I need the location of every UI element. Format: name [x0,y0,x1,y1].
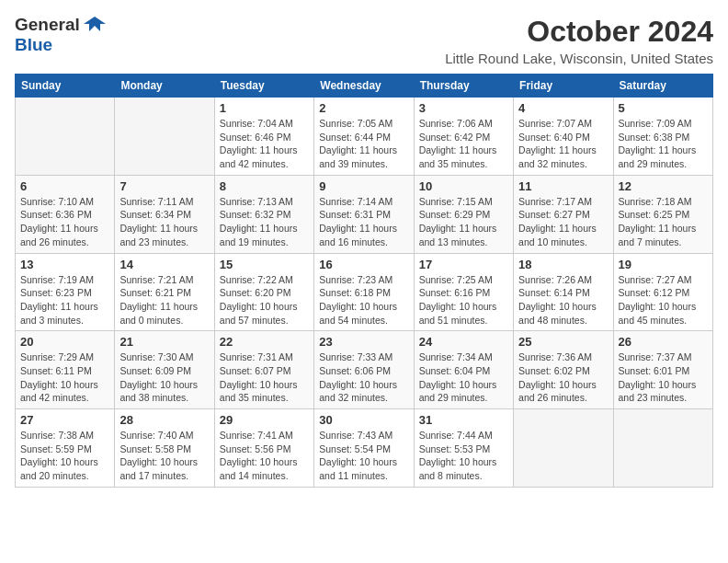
logo-bird-icon [82,15,108,35]
day-info: Sunrise: 7:37 AM Sunset: 6:01 PM Dayligh… [619,350,708,405]
day-info: Sunrise: 7:10 AM Sunset: 6:36 PM Dayligh… [20,195,109,249]
day-info: Sunrise: 7:44 AM Sunset: 5:53 PM Dayligh… [419,429,508,483]
day-info: Sunrise: 7:18 AM Sunset: 6:25 PM Dayligh… [619,195,708,249]
header-friday: Friday [514,75,613,98]
header-tuesday: Tuesday [214,75,313,98]
day-number: 4 [518,101,608,115]
calendar-day-cell: 4Sunrise: 7:07 AM Sunset: 6:40 PM Daylig… [514,98,613,176]
header-saturday: Saturday [613,75,712,98]
calendar-day-cell: 3Sunrise: 7:06 AM Sunset: 6:42 PM Daylig… [414,98,513,176]
day-info: Sunrise: 7:05 AM Sunset: 6:44 PM Dayligh… [319,117,408,171]
day-info: Sunrise: 7:40 AM Sunset: 5:58 PM Dayligh… [119,429,209,483]
day-number: 22 [220,335,309,349]
day-number: 21 [119,335,209,349]
day-number: 27 [20,413,109,427]
day-number: 14 [119,258,209,271]
day-number: 17 [419,258,508,271]
header-wednesday: Wednesday [314,75,414,98]
calendar-day-cell: 23Sunrise: 7:33 AM Sunset: 6:06 PM Dayli… [314,331,414,409]
calendar-week-row: 13Sunrise: 7:19 AM Sunset: 6:23 PM Dayli… [16,253,713,331]
calendar-day-cell [613,409,712,488]
day-info: Sunrise: 7:36 AM Sunset: 6:02 PM Dayligh… [518,350,608,405]
calendar-week-row: 1Sunrise: 7:04 AM Sunset: 6:46 PM Daylig… [16,98,713,176]
calendar-day-cell: 14Sunrise: 7:21 AM Sunset: 6:21 PM Dayli… [115,253,214,331]
location-subtitle: Little Round Lake, Wisconsin, United Sta… [445,51,713,66]
title-section: October 2024 Little Round Lake, Wisconsi… [445,15,713,66]
day-info: Sunrise: 7:06 AM Sunset: 6:42 PM Dayligh… [419,117,508,171]
calendar-day-cell: 20Sunrise: 7:29 AM Sunset: 6:11 PM Dayli… [16,331,115,409]
day-number: 29 [220,413,309,427]
day-number: 1 [220,101,309,115]
calendar-day-cell: 18Sunrise: 7:26 AM Sunset: 6:14 PM Dayli… [514,253,613,331]
month-title: October 2024 [445,15,713,49]
calendar-day-cell: 9Sunrise: 7:14 AM Sunset: 6:31 PM Daylig… [314,175,414,253]
day-info: Sunrise: 7:15 AM Sunset: 6:29 PM Dayligh… [419,195,508,249]
calendar-week-row: 6Sunrise: 7:10 AM Sunset: 6:36 PM Daylig… [16,175,713,253]
day-number: 15 [220,258,309,271]
day-number: 3 [419,101,508,115]
day-info: Sunrise: 7:26 AM Sunset: 6:14 PM Dayligh… [518,273,608,327]
header-monday: Monday [115,75,214,98]
calendar-day-cell: 24Sunrise: 7:34 AM Sunset: 6:04 PM Dayli… [414,331,513,409]
day-info: Sunrise: 7:23 AM Sunset: 6:18 PM Dayligh… [319,273,408,327]
calendar-day-cell: 31Sunrise: 7:44 AM Sunset: 5:53 PM Dayli… [414,409,513,488]
day-info: Sunrise: 7:22 AM Sunset: 6:20 PM Dayligh… [220,273,309,327]
day-number: 10 [419,179,508,193]
day-number: 25 [518,335,608,349]
day-info: Sunrise: 7:41 AM Sunset: 5:56 PM Dayligh… [220,429,309,483]
header-thursday: Thursday [414,75,513,98]
day-number: 19 [619,258,708,271]
day-number: 31 [419,413,508,427]
day-info: Sunrise: 7:38 AM Sunset: 5:59 PM Dayligh… [20,429,109,483]
day-number: 5 [619,101,708,115]
day-number: 23 [319,335,408,349]
calendar-day-cell: 21Sunrise: 7:30 AM Sunset: 6:09 PM Dayli… [115,331,214,409]
day-number: 30 [319,413,408,427]
day-info: Sunrise: 7:21 AM Sunset: 6:21 PM Dayligh… [119,273,209,327]
day-info: Sunrise: 7:27 AM Sunset: 6:12 PM Dayligh… [619,273,708,327]
day-info: Sunrise: 7:13 AM Sunset: 6:32 PM Dayligh… [220,195,309,249]
calendar-day-cell: 6Sunrise: 7:10 AM Sunset: 6:36 PM Daylig… [16,175,115,253]
calendar-day-cell: 30Sunrise: 7:43 AM Sunset: 5:54 PM Dayli… [314,409,414,488]
day-number: 13 [20,258,109,271]
day-info: Sunrise: 7:34 AM Sunset: 6:04 PM Dayligh… [419,350,508,405]
svg-marker-0 [84,17,106,31]
day-info: Sunrise: 7:25 AM Sunset: 6:16 PM Dayligh… [419,273,508,327]
day-number: 11 [518,179,608,193]
page-header: General Blue October 2024 Little Round L… [15,15,713,66]
day-number: 24 [419,335,508,349]
calendar-day-cell: 2Sunrise: 7:05 AM Sunset: 6:44 PM Daylig… [314,98,414,176]
day-number: 7 [119,179,209,193]
day-info: Sunrise: 7:07 AM Sunset: 6:40 PM Dayligh… [518,117,608,171]
calendar-day-cell: 7Sunrise: 7:11 AM Sunset: 6:34 PM Daylig… [115,175,214,253]
logo: General Blue [15,15,108,55]
calendar-day-cell: 27Sunrise: 7:38 AM Sunset: 5:59 PM Dayli… [16,409,115,488]
day-info: Sunrise: 7:43 AM Sunset: 5:54 PM Dayligh… [319,429,408,483]
calendar-day-cell: 5Sunrise: 7:09 AM Sunset: 6:38 PM Daylig… [613,98,712,176]
day-info: Sunrise: 7:30 AM Sunset: 6:09 PM Dayligh… [119,350,209,405]
calendar-day-cell: 17Sunrise: 7:25 AM Sunset: 6:16 PM Dayli… [414,253,513,331]
calendar-week-row: 27Sunrise: 7:38 AM Sunset: 5:59 PM Dayli… [16,409,713,488]
day-info: Sunrise: 7:04 AM Sunset: 6:46 PM Dayligh… [220,117,309,171]
calendar-day-cell: 22Sunrise: 7:31 AM Sunset: 6:07 PM Dayli… [214,331,313,409]
weekday-header-row: Sunday Monday Tuesday Wednesday Thursday… [16,75,713,98]
calendar-day-cell: 28Sunrise: 7:40 AM Sunset: 5:58 PM Dayli… [115,409,214,488]
logo-blue-text: Blue [15,35,52,54]
calendar-day-cell: 15Sunrise: 7:22 AM Sunset: 6:20 PM Dayli… [214,253,313,331]
calendar-day-cell: 12Sunrise: 7:18 AM Sunset: 6:25 PM Dayli… [613,175,712,253]
day-number: 20 [20,335,109,349]
calendar-day-cell: 16Sunrise: 7:23 AM Sunset: 6:18 PM Dayli… [314,253,414,331]
logo-general-text: General [15,15,80,35]
calendar-day-cell: 25Sunrise: 7:36 AM Sunset: 6:02 PM Dayli… [514,331,613,409]
day-number: 18 [518,258,608,271]
day-info: Sunrise: 7:31 AM Sunset: 6:07 PM Dayligh… [220,350,309,405]
calendar-day-cell: 11Sunrise: 7:17 AM Sunset: 6:27 PM Dayli… [514,175,613,253]
day-info: Sunrise: 7:33 AM Sunset: 6:06 PM Dayligh… [319,350,408,405]
calendar-day-cell: 26Sunrise: 7:37 AM Sunset: 6:01 PM Dayli… [613,331,712,409]
calendar-week-row: 20Sunrise: 7:29 AM Sunset: 6:11 PM Dayli… [16,331,713,409]
calendar-day-cell: 10Sunrise: 7:15 AM Sunset: 6:29 PM Dayli… [414,175,513,253]
calendar-day-cell [514,409,613,488]
calendar-table: Sunday Monday Tuesday Wednesday Thursday… [15,74,713,488]
calendar-day-cell: 29Sunrise: 7:41 AM Sunset: 5:56 PM Dayli… [214,409,313,488]
calendar-day-cell: 13Sunrise: 7:19 AM Sunset: 6:23 PM Dayli… [16,253,115,331]
